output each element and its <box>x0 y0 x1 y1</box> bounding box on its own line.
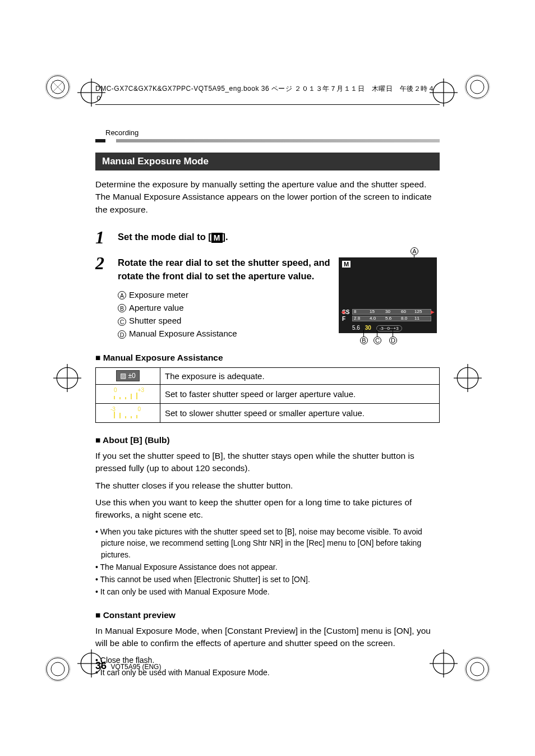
camera-display-figure: A M SS 8 15 30 60 125 F 2.8 4.0 <box>339 254 440 340</box>
callout-b-icon: B <box>118 304 126 312</box>
step-1-title-post: ]. <box>223 232 228 242</box>
callout-line <box>377 330 377 336</box>
callout-marker-d: D <box>389 336 397 344</box>
mode-title-bar: Manual Exposure Mode <box>95 153 440 170</box>
assist-heading: Manual Exposure Assistance <box>95 353 440 363</box>
bulb-bullet: When you take pictures with the shutter … <box>95 526 440 560</box>
callout-marker-b: B <box>360 336 368 344</box>
callout-b-label: Aperture value <box>129 303 184 312</box>
step-2: 2 Rotate the rear dial to set the shutte… <box>95 254 440 340</box>
lcd-mode-label: M <box>342 261 350 268</box>
lcd-f-scale: 2.8 4.0 5.6 8.0 11 <box>352 316 431 321</box>
callout-d-icon: D <box>118 330 126 339</box>
section-label: Recording <box>95 128 440 137</box>
svg-point-14 <box>45 657 70 681</box>
assist-row-text: The exposure is adequate. <box>160 367 440 384</box>
assist-row-text: Set to slower shutter speed or smaller a… <box>160 403 440 422</box>
print-header-line: DMC-GX7C&GX7K&GX7PPC-VQT5A95_eng.book 36… <box>95 84 440 105</box>
step-1: 1 Set the mode dial to [M]. <box>95 228 440 246</box>
arrow-left-icon: ◄ <box>340 308 346 315</box>
svg-point-3 <box>466 76 488 98</box>
step-1-title-pre: Set the mode dial to [ <box>118 232 211 242</box>
lcd-shutter-value: 30 <box>365 325 371 331</box>
lcd-ss-scale: 8 15 30 60 125 <box>352 309 431 315</box>
assist-row-text: Set to faster shutter speed or larger ap… <box>160 384 440 403</box>
callout-c-label: Shutter speed <box>129 316 181 325</box>
page-number: 36 <box>95 660 107 671</box>
intro-paragraph: Determine the exposure by manually setti… <box>95 178 440 216</box>
svg-point-17 <box>465 657 490 681</box>
bulb-paragraph: If you set the shutter speed to [B], the… <box>95 450 440 475</box>
svg-point-15 <box>466 658 488 680</box>
callout-d-label: Manual Exposure Assistance <box>129 329 237 338</box>
svg-point-13 <box>51 662 64 676</box>
callout-marker-a: A <box>411 247 418 255</box>
lcd-f-label: F <box>342 316 345 322</box>
print-mark-icon <box>53 364 81 392</box>
svg-point-16 <box>471 662 484 676</box>
svg-point-4 <box>471 80 484 94</box>
callout-a-icon: A <box>118 291 126 299</box>
svg-point-5 <box>465 75 490 99</box>
step-number: 1 <box>95 228 111 246</box>
step-number: 2 <box>95 254 111 340</box>
callout-line <box>363 330 364 336</box>
assist-icon-adequate: ▨ ±0 <box>96 367 160 384</box>
print-mark-icon <box>44 73 72 101</box>
lcd-f-value: 5.6 <box>352 325 360 331</box>
assist-icon-under: -30 <box>96 403 160 422</box>
mode-m-icon: M <box>211 233 223 243</box>
print-mark-icon <box>44 655 72 683</box>
bulb-bullet: The Manual Exposure Assistance does not … <box>95 561 440 573</box>
print-mark-icon <box>463 655 491 683</box>
assist-table: ▨ ±0 The exposure is adequate. 0+3 Set t… <box>95 367 440 423</box>
callout-marker-c: C <box>373 336 381 344</box>
print-mark-icon <box>454 364 482 392</box>
doc-code: VQT5A95 (ENG) <box>110 663 161 671</box>
section-divider <box>95 139 440 142</box>
bulb-bullet: It can only be used with Manual Exposure… <box>95 586 440 597</box>
page-footer: 36 VQT5A95 (ENG) <box>95 660 161 672</box>
callout-c-icon: C <box>118 317 126 326</box>
bulb-paragraph: The shutter closes if you release the sh… <box>95 480 440 492</box>
preview-paragraph: In Manual Exposure Mode, when [Constant … <box>95 625 440 650</box>
print-mark-icon <box>463 73 491 101</box>
bulb-heading: About [B] (Bulb) <box>95 435 440 445</box>
callout-line <box>393 330 393 336</box>
page-content: DMC-GX7C&GX7K&GX7PPC-VQT5A95_eng.book 36… <box>95 84 440 672</box>
assist-icon-over: 0+3 <box>96 384 160 403</box>
svg-point-12 <box>47 658 69 680</box>
callout-a-label: Exposure meter <box>129 290 188 299</box>
step-2-title: Rotate the rear dial to set the shutter … <box>118 256 332 282</box>
step-2-list: AExposure meter BAperture value CShutter… <box>118 288 332 340</box>
arrow-right-icon: ► <box>430 308 436 315</box>
lcd-meter-icon: -3···0···+3 <box>376 325 402 331</box>
camera-lcd: M SS 8 15 30 60 125 F 2.8 4.0 5.6 8.0 <box>339 257 437 333</box>
bulb-paragraph: Use this when you want to keep the shutt… <box>95 496 440 522</box>
bulb-bullet: This cannot be used when [Electronic Shu… <box>95 574 440 585</box>
preview-heading: Constant preview <box>95 610 440 620</box>
